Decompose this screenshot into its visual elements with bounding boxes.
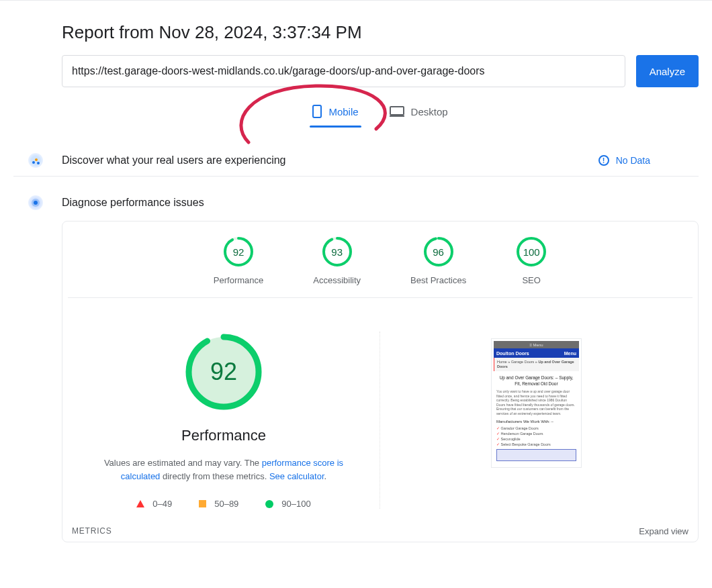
gauge-performance: 92 [223,236,254,267]
see-calculator-link[interactable]: See calculator [269,471,324,481]
thumb-header: Doulton DoorsMenu [494,348,579,358]
gauge-seo: 100 [516,236,547,267]
main-container: Report from Nov 28, 2024, 3:37:34 PM Ana… [0,22,712,542]
gauge-main-value: 92 [183,332,264,412]
gauge-accessibility: 93 [322,236,353,267]
svg-point-5 [37,162,40,164]
legend-pass: 90–100 [265,499,310,509]
diagnose-title: Diagnose performance issues [62,197,650,209]
metric-accessibility[interactable]: 93 Accessibility [313,236,361,285]
diagnose-panel: 92 Performance 93 Accessibility 96 Best … [62,221,699,542]
gauge-main: 92 [183,332,264,412]
gauge-accessibility-value: 93 [322,236,353,267]
no-data-label: No Data [616,155,650,166]
metric-performance[interactable]: 92 Performance [214,236,263,285]
thumb-li1: Garador Garage Doors [496,426,576,430]
tab-desktop[interactable]: Desktop [387,101,451,126]
metric-seo-label: SEO [522,275,540,285]
discover-title: Discover what your real users are experi… [62,154,585,166]
thumb-subheading: Manufacturers We Work With: – [496,420,576,424]
thumb-breadcrumb: Home » Garage Doors » Up and Over Garage… [494,358,579,371]
desktop-icon [390,106,404,117]
score-legend: 0–49 50–89 90–100 [136,499,310,509]
performance-heading: Performance [181,427,266,444]
thumb-footer-image [496,449,576,461]
report-title: Report from Nov 28, 2024, 3:37:34 PM [13,22,699,43]
performance-left: 92 Performance Values are estimated and … [68,332,380,509]
url-input[interactable] [62,55,625,87]
metric-performance-label: Performance [214,275,263,285]
circle-icon [265,500,273,508]
mobile-icon [312,105,322,118]
performance-section: 92 Performance Values are estimated and … [62,298,698,516]
no-data-badge[interactable]: ! No Data [598,155,650,166]
page-thumbnail: ≡ Menu Doulton DoorsMenu Home » Garage D… [491,338,582,468]
top-divider [0,0,712,1]
tab-desktop-label: Desktop [411,106,448,117]
gauge-bestpractices-value: 96 [423,236,454,267]
discover-section-row: Discover what your real users are experi… [13,150,699,177]
thumb-topbar: ≡ Menu [494,341,579,348]
tab-mobile-label: Mobile [328,106,358,117]
thumb-li4: Select Bespoke Garage Doors [496,442,576,446]
diagnose-section-row: Diagnose performance issues [13,177,699,213]
tab-mobile[interactable]: Mobile [310,101,361,126]
legend-average: 50–89 [199,499,238,509]
url-row: Analyze [13,55,699,87]
gauge-seo-value: 100 [516,236,547,267]
thumb-paragraph: You only want to have a up and over gara… [496,389,576,415]
metric-bestpractices[interactable]: 96 Best Practices [410,236,466,285]
triangle-icon [136,500,144,507]
gauge-bestpractices: 96 [423,236,454,267]
metrics-label: METRICS [72,526,112,536]
thumb-li2: Henderson Garage Doors [496,432,576,436]
metrics-row: 92 Performance 93 Accessibility 96 Best … [68,236,693,298]
svg-rect-1 [390,107,404,115]
diagnose-icon [28,195,43,210]
thumb-body: Up and Over Garage Doors: – Supply, Fit,… [494,371,579,465]
metric-bestpractices-label: Best Practices [410,275,466,285]
legend-fail: 0–49 [136,499,172,509]
svg-point-3 [32,161,35,164]
info-icon: ! [598,155,609,166]
metric-accessibility-label: Accessibility [313,275,361,285]
expand-view-link[interactable]: Expand view [639,526,688,536]
metrics-header-row: METRICS Expand view [62,516,698,542]
performance-right: ≡ Menu Doulton DoorsMenu Home » Garage D… [380,332,693,509]
thumb-heading: Up and Over Garage Doors: – Supply, Fit,… [496,375,576,387]
analyze-button[interactable]: Analyze [636,55,699,87]
discover-icon [28,153,43,168]
square-icon [199,500,206,507]
metric-seo[interactable]: 100 SEO [516,236,547,285]
svg-point-4 [35,158,38,161]
performance-description: Values are estimated and may vary. The p… [81,456,366,483]
gauge-performance-value: 92 [223,236,254,267]
svg-rect-0 [313,105,321,117]
device-tabs: Mobile Desktop [13,101,699,126]
thumb-li3: Securoglide [496,437,576,441]
